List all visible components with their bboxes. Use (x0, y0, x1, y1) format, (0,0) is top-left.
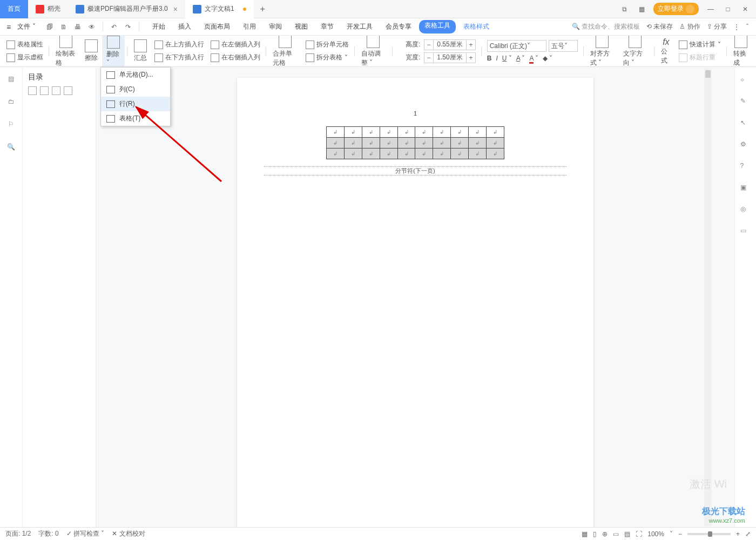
qat-preview-icon[interactable]: 👁 (86, 22, 97, 32)
split-cell-button[interactable]: 拆分单元格 (306, 39, 349, 51)
share-button[interactable]: ⇪ 分享 (707, 22, 727, 31)
dropdown-row[interactable]: 行(R) (101, 97, 170, 111)
table-props-button[interactable]: 表格属性 (6, 39, 43, 51)
menu-reference[interactable]: 引用 (238, 20, 261, 33)
document-canvas[interactable]: 1 ↲↲↲↲↲↲↲↲↲↲ ↲↲↲↲↲↲↲↲↲↲ ↲↲↲↲↲↲↲↲↲↲ 分节符(下… (96, 67, 734, 527)
highlight-button[interactable]: A ˅ (516, 55, 525, 62)
close-icon[interactable]: × (173, 5, 178, 14)
split-table-button[interactable]: 拆分表格 ˅ (306, 52, 349, 64)
rail-search-icon[interactable]: 🔍 (5, 140, 18, 153)
fullscreen-icon[interactable]: ⤢ (745, 530, 751, 538)
window-list-icon[interactable]: ⧉ (619, 4, 630, 15)
vertical-scrollbar[interactable] (704, 68, 712, 526)
status-proof[interactable]: ✕ 文档校对 (112, 529, 145, 538)
erase-button[interactable]: 擦除 (80, 38, 102, 64)
rail-location-icon[interactable]: ◎ (740, 205, 751, 216)
col-width-control[interactable]: 宽度:−+ (398, 52, 476, 64)
convert-button[interactable]: 转换成 (729, 36, 753, 67)
view-grid-icon[interactable]: ▦ (582, 530, 588, 538)
menu-vip[interactable]: 会员专享 (380, 20, 417, 33)
rail-pen-icon[interactable]: ✎ (740, 97, 751, 108)
status-words[interactable]: 字数: 0 (38, 529, 58, 538)
toc-add-icon[interactable] (52, 86, 60, 95)
scrollbar-thumb[interactable] (705, 70, 711, 78)
zoom-in-button[interactable]: + (736, 530, 740, 538)
zoom-value[interactable]: 100% (647, 530, 664, 538)
fontsize-select[interactable]: 五号 ˅ (549, 40, 578, 52)
view-read-icon[interactable]: ▭ (613, 530, 619, 538)
menu-review[interactable]: 审阅 (264, 20, 287, 33)
search-input[interactable]: 🔍 查找命令、搜索模板 (572, 22, 640, 31)
tab-shell[interactable]: 稻壳 (28, 0, 68, 18)
text-direction-button[interactable]: 文字方向 ˅ (619, 36, 652, 67)
draw-table-button[interactable]: 绘制表格 (51, 36, 80, 67)
insert-col-left-button[interactable]: 在左侧插入列 (211, 39, 260, 51)
unsaved-indicator[interactable]: ⟲ 未保存 (646, 22, 673, 31)
minimize-button[interactable]: — (705, 4, 716, 15)
more-icon[interactable]: ⋮ (733, 23, 740, 31)
menu-view[interactable]: 视图 (289, 20, 313, 33)
menu-table-style[interactable]: 表格样式 (458, 20, 495, 33)
fontcolor-button[interactable]: A ˅ (529, 55, 538, 62)
width-minus[interactable]: − (424, 52, 434, 63)
maximize-button[interactable]: □ (723, 4, 733, 15)
zoom-out-button[interactable]: − (678, 530, 682, 538)
login-button[interactable]: 立即登录 (653, 3, 699, 15)
document-table[interactable]: ↲↲↲↲↲↲↲↲↲↲ ↲↲↲↲↲↲↲↲↲↲ ↲↲↲↲↲↲↲↲↲↲ (326, 126, 504, 159)
rail-select-icon[interactable]: ↖ (740, 119, 751, 130)
rail-bookmark-icon[interactable]: ⚐ (5, 118, 18, 131)
zoom-slider[interactable] (687, 533, 731, 535)
gridlines-button[interactable]: 显示虚框 (6, 52, 43, 64)
shading-button[interactable]: ◆ ˅ (543, 55, 552, 62)
close-window-button[interactable]: ✕ (740, 4, 751, 15)
menu-chapter[interactable]: 章节 (315, 20, 339, 33)
rail-outline-icon[interactable]: ▤ (5, 72, 18, 85)
rail-assist-icon[interactable]: ⟐ (740, 76, 751, 86)
font-select[interactable]: Calibri (正文) ˅ (487, 40, 546, 52)
fit-icon[interactable]: ⛶ (636, 530, 642, 538)
delete-button[interactable]: 删除 ˅ (102, 36, 125, 67)
dropdown-table[interactable]: 表格(T) (101, 111, 170, 126)
insert-row-below-button[interactable]: 在下方插入行 (154, 52, 204, 64)
insert-row-above-button[interactable]: 在上方插入行 (154, 39, 204, 51)
qat-undo-icon[interactable]: ↶ (109, 22, 119, 32)
menu-layout[interactable]: 页面布局 (199, 20, 235, 33)
toc-remove-icon[interactable] (64, 86, 72, 95)
add-tab-button[interactable]: + (254, 4, 272, 14)
qat-print-icon[interactable]: 🖶 (72, 22, 83, 32)
width-plus[interactable]: + (466, 52, 476, 63)
row-height-control[interactable]: 高度:−+ (398, 39, 476, 51)
apps-icon[interactable]: ▦ (636, 4, 647, 15)
tab-doc1[interactable]: 极速PDF编辑器用户手册3.0× (68, 0, 185, 18)
hamburger-icon[interactable]: ≡ (3, 23, 14, 31)
toc-expand-icon[interactable] (28, 86, 37, 95)
qat-save-icon[interactable]: 🗐 (44, 22, 55, 32)
collapse-ribbon-icon[interactable]: ˆ (746, 23, 748, 31)
dropdown-cell[interactable]: 单元格(D)... (101, 68, 170, 82)
view-outline-icon[interactable]: ▤ (624, 530, 630, 538)
collab-button[interactable]: ♙ 协作 (679, 22, 700, 31)
height-minus[interactable]: − (424, 39, 434, 50)
italic-button[interactable]: I (496, 55, 497, 62)
rail-settings-icon[interactable]: ⚙ (740, 140, 751, 151)
width-input[interactable] (434, 52, 466, 63)
view-page-icon[interactable]: ▯ (593, 530, 597, 538)
status-spellcheck[interactable]: ✓ 拼写检查 ˅ (66, 529, 105, 538)
bold-button[interactable]: B (487, 55, 492, 62)
tab-home[interactable]: 首页 (0, 0, 28, 18)
qat-saveas-icon[interactable]: 🗎 (58, 22, 69, 32)
autofit-button[interactable]: 自动调整 ˅ (357, 36, 390, 67)
formula-button[interactable]: fx公式 (657, 36, 676, 66)
menu-table-tool[interactable]: 表格工具 (419, 20, 456, 33)
qat-redo-icon[interactable]: ↷ (123, 22, 133, 32)
height-plus[interactable]: + (466, 39, 476, 50)
toc-collapse-icon[interactable] (40, 86, 49, 95)
file-menu[interactable]: 文件 ˅ (14, 22, 38, 31)
dropdown-column[interactable]: 列(C) (101, 82, 170, 97)
rail-folder-icon[interactable]: 🗀 (5, 95, 18, 108)
menu-insert[interactable]: 插入 (173, 20, 197, 33)
menu-devtools[interactable]: 开发工具 (341, 20, 378, 33)
merge-cells-button[interactable]: 合并单元格 (268, 36, 302, 67)
underline-button[interactable]: U ˅ (502, 55, 512, 62)
menu-start[interactable]: 开始 (147, 20, 171, 33)
